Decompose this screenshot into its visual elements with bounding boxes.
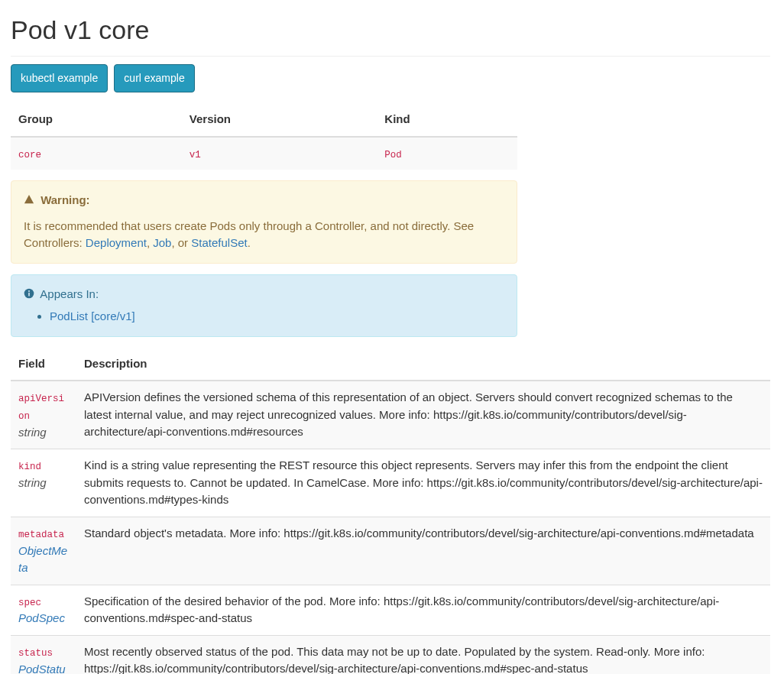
- field-name: kind: [18, 462, 41, 472]
- appears-in-link[interactable]: PodList [core/v1]: [50, 309, 135, 322]
- field-cell: apiVersionstring: [11, 381, 76, 449]
- gvk-kind: Pod: [384, 150, 402, 160]
- table-row: statusPodStatusMost recently observed st…: [11, 635, 770, 674]
- field-description: APIVersion defines the versioned schema …: [76, 381, 770, 449]
- field-cell: statusPodStatus: [11, 635, 76, 674]
- field-description: Standard object's metadata. More info: h…: [76, 517, 770, 585]
- field-type: string: [18, 476, 47, 489]
- gvk-header-version: Version: [182, 103, 377, 137]
- field-description: Kind is a string value representing the …: [76, 449, 770, 517]
- field-name: metadata: [18, 530, 64, 540]
- warning-text: It is recommended that users create Pods…: [24, 218, 504, 252]
- svg-rect-1: [28, 293, 30, 296]
- field-description: Specification of the desired behavior of…: [76, 585, 770, 635]
- fields-header-field: Field: [11, 348, 76, 381]
- link-statefulset[interactable]: StatefulSet: [191, 236, 247, 249]
- table-row: apiVersionstringAPIVersion defines the v…: [11, 381, 770, 449]
- gvk-group: core: [18, 150, 41, 160]
- field-cell: metadataObjectMeta: [11, 517, 76, 585]
- appears-in-list: PodList [core/v1]: [24, 308, 504, 326]
- gvk-row: core v1 Pod: [11, 137, 517, 170]
- warning-panel: Warning: It is recommended that users cr…: [11, 180, 517, 264]
- field-type[interactable]: PodSpec: [18, 611, 65, 624]
- gvk-table: Group Version Kind core v1 Pod: [11, 103, 517, 170]
- warning-icon: [24, 193, 34, 210]
- fields-table: Field Description apiVersionstringAPIVer…: [11, 348, 770, 674]
- appears-in-label: Appears In:: [40, 287, 99, 300]
- field-type[interactable]: ObjectMeta: [18, 544, 67, 575]
- appears-in-item: PodList [core/v1]: [50, 308, 504, 326]
- warning-label: Warning:: [40, 193, 89, 206]
- page-title: Pod v1 core: [11, 11, 770, 57]
- link-job[interactable]: Job: [153, 236, 171, 249]
- svg-point-2: [28, 290, 30, 292]
- field-type[interactable]: PodStatus: [18, 663, 66, 675]
- appears-in-panel: Appears In: PodList [core/v1]: [11, 274, 517, 337]
- curl-example-button[interactable]: curl example: [114, 64, 194, 92]
- gvk-header-group: Group: [11, 103, 182, 137]
- gvk-version: v1: [190, 150, 201, 160]
- fields-header-description: Description: [76, 348, 770, 381]
- table-row: kindstringKind is a string value represe…: [11, 449, 770, 517]
- info-icon: [24, 287, 34, 304]
- gvk-header-kind: Kind: [377, 103, 517, 137]
- table-row: specPodSpecSpecification of the desired …: [11, 585, 770, 635]
- field-name: spec: [18, 598, 41, 608]
- field-cell: specPodSpec: [11, 585, 76, 635]
- field-cell: kindstring: [11, 449, 76, 517]
- table-row: metadataObjectMetaStandard object's meta…: [11, 517, 770, 585]
- kubectl-example-button[interactable]: kubectl example: [11, 64, 108, 92]
- field-name: apiVersion: [18, 394, 64, 422]
- field-description: Most recently observed status of the pod…: [76, 635, 770, 674]
- field-name: status: [18, 648, 53, 659]
- example-buttons: kubectl example curl example: [11, 64, 773, 92]
- link-deployment[interactable]: Deployment: [86, 236, 147, 249]
- field-type: string: [18, 426, 47, 439]
